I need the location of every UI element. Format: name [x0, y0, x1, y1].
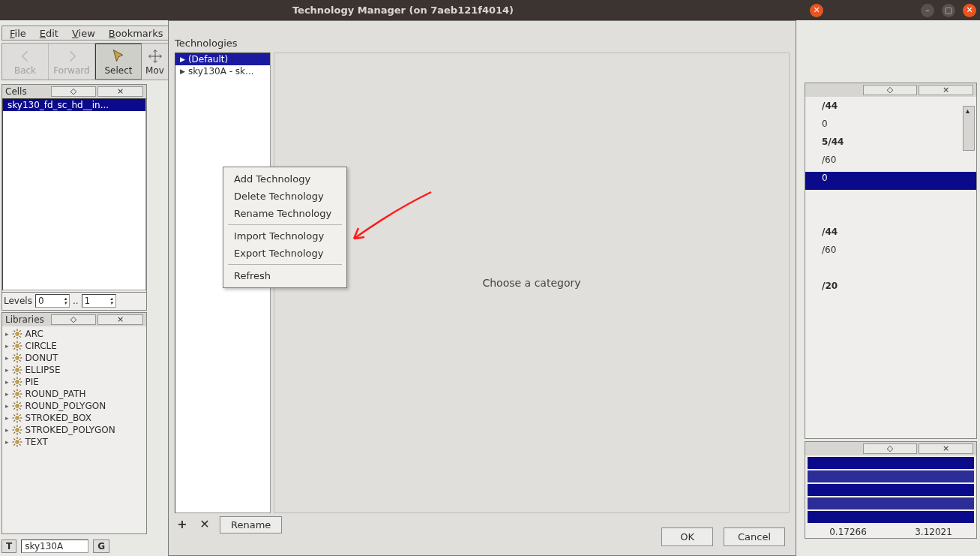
- dialog-close-icon[interactable]: ✕: [810, 4, 823, 17]
- svg-line-32: [13, 366, 15, 368]
- color-swatch[interactable]: [808, 470, 974, 482]
- pin-icon[interactable]: ◇: [863, 85, 918, 95]
- menu-file[interactable]: File: [5, 27, 31, 39]
- svg-point-54: [15, 404, 19, 408]
- footer-val-b: 3.12021: [915, 527, 952, 537]
- cells-list[interactable]: sky130_fd_sc_hd__in...: [2, 98, 146, 290]
- ctx-import-technology[interactable]: Import Technology: [223, 227, 346, 245]
- library-label: STROKED_POLYGON: [25, 425, 115, 435]
- svg-point-72: [15, 428, 19, 432]
- layer-row[interactable]: /44: [805, 100, 976, 118]
- library-item[interactable]: ▸PIE: [2, 376, 146, 388]
- select-button[interactable]: Select: [95, 44, 142, 80]
- layer-row[interactable]: /60: [805, 244, 976, 262]
- ctx-export-technology[interactable]: Export Technology: [223, 245, 346, 262]
- layer-row[interactable]: 0: [805, 118, 976, 136]
- separator: [228, 224, 342, 225]
- status-T[interactable]: T: [1, 539, 16, 553]
- cells-item[interactable]: sky130_fd_sc_hd__in...: [3, 99, 145, 111]
- svg-point-63: [15, 416, 19, 420]
- layer-row[interactable]: 0: [805, 172, 976, 190]
- svg-line-5: [13, 330, 15, 332]
- close-icon[interactable]: ×: [97, 86, 143, 97]
- toolbar: Back Forward Select Mov: [1, 43, 169, 80]
- window-minimize-icon[interactable]: –: [921, 4, 934, 17]
- technology-context-menu: Add Technology Delete Technology Rename …: [223, 167, 347, 288]
- libraries-title-label: Libraries: [5, 314, 49, 325]
- layer-row[interactable]: /60: [805, 154, 976, 172]
- color-swatch[interactable]: [808, 511, 974, 523]
- svg-line-60: [19, 408, 20, 410]
- library-item[interactable]: ▸ELLIPSE: [2, 364, 146, 376]
- level-to-input[interactable]: 1▴▾: [82, 294, 116, 308]
- pin-icon[interactable]: ◇: [863, 443, 918, 454]
- color-swatch[interactable]: [808, 457, 974, 469]
- os-title: Technology Manager (on 7aeb121f4014): [0, 5, 806, 16]
- back-button[interactable]: Back: [2, 44, 49, 80]
- library-item[interactable]: ▸STROKED_POLYGON: [2, 424, 146, 436]
- svg-line-33: [19, 372, 20, 374]
- expand-icon[interactable]: ▶: [180, 68, 185, 75]
- svg-line-78: [19, 432, 20, 434]
- tech-name-field[interactable]: sky130A: [21, 539, 88, 553]
- layer-row[interactable]: /20: [805, 280, 976, 298]
- library-item[interactable]: ▸CIRCLE: [2, 340, 146, 352]
- svg-point-36: [15, 380, 19, 384]
- remove-button[interactable]: ✕: [197, 518, 212, 533]
- expand-icon[interactable]: ▶: [180, 56, 185, 63]
- layer-row[interactable]: /44: [805, 226, 976, 244]
- svg-line-23: [13, 354, 15, 356]
- library-item[interactable]: ▸ROUND_POLYGON: [2, 400, 146, 412]
- tech-item-default[interactable]: ▶ (Default): [175, 53, 270, 65]
- rename-button[interactable]: Rename: [220, 516, 282, 533]
- ctx-refresh[interactable]: Refresh: [223, 267, 346, 284]
- layer-row[interactable]: 5/44: [805, 136, 976, 154]
- layer-row[interactable]: [805, 262, 976, 280]
- window-maximize-icon[interactable]: ▢: [942, 4, 955, 17]
- libraries-list[interactable]: ▸ARC▸CIRCLE▸DONUT▸ELLIPSE▸PIE▸ROUND_PATH…: [2, 326, 146, 449]
- menu-view[interactable]: View: [67, 27, 100, 39]
- gear-icon: [12, 365, 22, 375]
- scrollbar[interactable]: [963, 106, 975, 151]
- ctx-rename-technology[interactable]: Rename Technology: [223, 205, 346, 222]
- forward-button[interactable]: Forward: [49, 44, 95, 80]
- svg-line-86: [13, 438, 15, 440]
- color-swatch[interactable]: [808, 484, 974, 496]
- library-item[interactable]: ▸TEXT: [2, 436, 146, 448]
- color-swatch[interactable]: [808, 497, 974, 509]
- svg-point-0: [15, 332, 19, 336]
- cancel-button[interactable]: Cancel: [724, 527, 785, 546]
- svg-line-34: [13, 372, 15, 374]
- libraries-panel-title: Libraries ◇ ×: [2, 313, 146, 326]
- library-item[interactable]: ▸STROKED_BOX: [2, 412, 146, 424]
- add-button[interactable]: +: [175, 518, 190, 533]
- ctx-delete-technology[interactable]: Delete Technology: [223, 188, 346, 205]
- library-item[interactable]: ▸ARC: [2, 328, 146, 340]
- layer-row[interactable]: [805, 190, 976, 208]
- close-icon[interactable]: ×: [97, 314, 143, 325]
- layer-row[interactable]: [805, 208, 976, 226]
- pin-icon[interactable]: ◇: [51, 86, 97, 97]
- svg-line-68: [13, 414, 15, 416]
- close-icon[interactable]: ×: [919, 85, 973, 95]
- library-item[interactable]: ▸DONUT: [2, 352, 146, 364]
- svg-line-80: [19, 426, 20, 428]
- svg-line-69: [19, 420, 20, 422]
- ok-button[interactable]: OK: [661, 527, 713, 546]
- ctx-add-technology[interactable]: Add Technology: [223, 170, 346, 188]
- pin-icon[interactable]: ◇: [51, 314, 97, 325]
- library-label: CIRCLE: [25, 341, 57, 351]
- move-button[interactable]: Mov: [142, 44, 169, 80]
- level-from-input[interactable]: 0▴▾: [35, 294, 70, 308]
- library-label: ARC: [25, 329, 43, 339]
- category-area: Choose a category: [274, 53, 790, 513]
- svg-point-81: [15, 440, 19, 444]
- menu-bookmarks[interactable]: Bookmarks: [104, 27, 168, 39]
- menu-edit[interactable]: Edit: [35, 27, 63, 39]
- library-item[interactable]: ▸ROUND_PATH: [2, 388, 146, 400]
- window-close-icon[interactable]: ✕: [963, 4, 976, 17]
- close-icon[interactable]: ×: [919, 443, 973, 454]
- library-label: TEXT: [25, 437, 48, 447]
- tech-item-sky130a[interactable]: ▶ sky130A - sk...: [175, 65, 270, 77]
- status-G[interactable]: G: [93, 539, 109, 553]
